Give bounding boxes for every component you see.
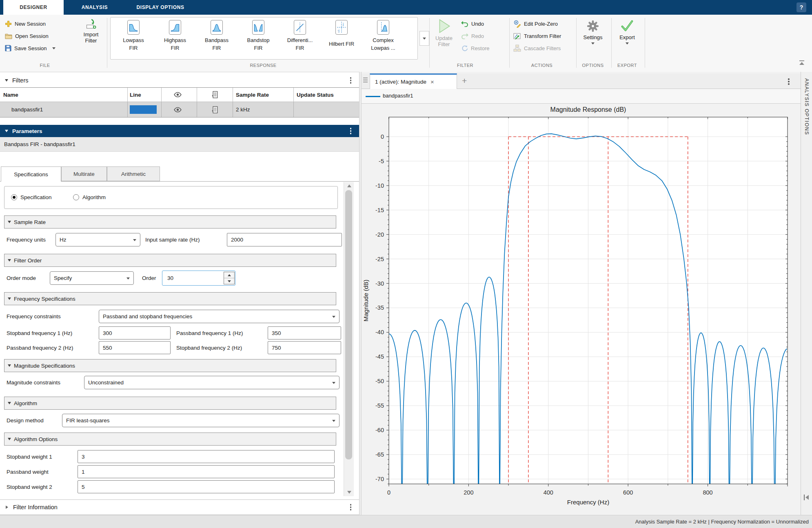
passband2-field[interactable]: 550 <box>99 341 171 354</box>
order-field[interactable]: 30 <box>163 272 224 284</box>
column-header-name[interactable]: Name <box>3 88 18 102</box>
cascade-filters-button[interactable]: Cascade Filters <box>513 43 561 53</box>
close-tab-icon[interactable]: × <box>430 78 434 85</box>
collapse-ribbon-button[interactable] <box>796 60 807 69</box>
column-header-info[interactable] <box>211 88 218 102</box>
row-visibility-toggle[interactable] <box>174 102 182 117</box>
analysis-tab-menu[interactable] <box>787 77 791 86</box>
response-highpass-fir[interactable]: HighpassFIR <box>155 20 195 58</box>
section-filter-order[interactable]: Filter Order <box>4 254 336 267</box>
filter-information-menu[interactable] <box>349 503 353 512</box>
svg-text:-50: -50 <box>375 378 384 384</box>
tab-designer[interactable]: DESIGNER <box>3 0 64 15</box>
response-hilbert-fir[interactable]: j-j Hilbert FIR <box>322 20 361 58</box>
redo-button[interactable]: Redo <box>461 31 484 41</box>
collapse-panel-icon[interactable] <box>803 494 810 501</box>
filters-panel-menu[interactable] <box>349 76 353 85</box>
radio-specification[interactable]: Specification <box>11 194 52 200</box>
magnitude-response-chart[interactable]: 02004006008000-5-10-15-20-25-30-35-40-45… <box>362 104 801 515</box>
tab-display-options[interactable]: DISPLAY OPTIONS <box>126 0 195 15</box>
legend-row: bandpassfir1 <box>362 89 801 104</box>
tab-multirate[interactable]: Multirate <box>61 166 107 181</box>
parameters-panel-menu[interactable] <box>349 126 353 135</box>
stopband-weight1-field[interactable]: 3 <box>78 450 335 463</box>
frequency-units-dropdown[interactable]: Hz <box>55 233 140 246</box>
parameters-panel-header[interactable]: Parameters <box>0 125 359 137</box>
complex-lowpass-icon <box>377 20 389 35</box>
order-mode-dropdown[interactable]: Specify <box>50 271 134 285</box>
response-lowpass-fir[interactable]: LowpassFIR <box>114 20 153 58</box>
tab-analysis[interactable]: ANALYSIS <box>64 0 126 15</box>
transform-filter-button[interactable]: Transform Filter <box>513 31 561 41</box>
cascade-filters-icon <box>513 44 521 52</box>
analysis-panel: 1 (active): Magnitude × + bandpassfir1 0… <box>362 72 801 515</box>
eye-icon <box>174 107 182 113</box>
line-color-swatch[interactable] <box>130 105 157 114</box>
passband-weight-field[interactable]: 1 <box>78 465 335 478</box>
section-algorithm[interactable]: Algorithm <box>4 397 336 410</box>
drag-grip-icon[interactable] <box>363 78 368 82</box>
input-sample-rate-field[interactable]: 2000 <box>227 233 342 246</box>
scrollbar-thumb[interactable] <box>345 190 352 459</box>
radio-algorithm[interactable]: Algorithm <box>73 194 106 200</box>
svg-text:-30: -30 <box>375 280 384 287</box>
analysis-options-strip[interactable]: ANALYSIS OPTIONS <box>801 72 812 515</box>
svg-text:Magnitude Response (dB): Magnitude Response (dB) <box>550 106 626 113</box>
stopband1-field[interactable]: 300 <box>99 326 171 339</box>
section-sample-rate[interactable]: Sample Rate <box>4 215 336 229</box>
radio-button-icon <box>11 194 17 200</box>
column-header-visibility[interactable] <box>174 88 182 102</box>
save-session-dropdown-caret[interactable] <box>52 47 55 49</box>
update-filter-button[interactable]: Update Filter <box>432 18 456 47</box>
scroll-up-icon[interactable] <box>347 184 351 187</box>
collapse-triangle-icon <box>8 259 11 262</box>
response-bandpass-fir[interactable]: BandpassFIR <box>197 20 236 58</box>
stopband2-label: Stopband frequency 2 (Hz) <box>176 341 242 355</box>
gallery-overflow-button[interactable] <box>419 31 429 46</box>
help-button[interactable]: ? <box>796 2 806 12</box>
order-label: Order <box>142 271 156 285</box>
design-method-dropdown[interactable]: FIR least-squares <box>62 414 339 427</box>
undo-button[interactable]: Undo <box>461 19 484 29</box>
settings-button[interactable]: Settings <box>579 20 606 44</box>
new-session-button[interactable]: New Session <box>5 19 46 29</box>
row-info-button[interactable] <box>211 102 218 117</box>
svg-text:400: 400 <box>544 489 553 496</box>
import-filter-button[interactable]: Import Filter <box>77 19 105 44</box>
tab-arithmetic[interactable]: Arithmetic <box>107 166 160 181</box>
legend-label[interactable]: bandpassfir1 <box>383 93 413 99</box>
response-differentiator-fir[interactable]: Differenti...FIR <box>280 20 319 58</box>
passband1-field[interactable]: 350 <box>268 326 341 339</box>
svg-text:-20: -20 <box>375 231 384 238</box>
tab-specifications[interactable]: Specifications <box>1 166 61 182</box>
section-caption-response: RESPONSE <box>229 63 298 68</box>
save-session-button[interactable]: Save Session <box>5 43 55 53</box>
frequency-constraints-dropdown[interactable]: Passband and stopband frequencies <box>99 310 339 323</box>
new-session-plus-icon <box>5 20 12 27</box>
section-magnitude-specifications[interactable]: Magnitude Specifications <box>4 359 336 372</box>
collapse-triangle-icon <box>5 130 8 132</box>
open-session-button[interactable]: Open Session <box>5 31 49 41</box>
section-frequency-specifications[interactable]: Frequency Specifications <box>4 292 336 305</box>
column-header-rate[interactable]: Sample Rate <box>236 88 269 102</box>
filter-information-header[interactable]: Filter Information <box>0 499 359 515</box>
order-spinner[interactable] <box>224 272 235 284</box>
parameters-scrollbar[interactable] <box>344 182 354 496</box>
restore-button[interactable]: Restore <box>461 43 490 53</box>
magnitude-constraints-dropdown[interactable]: Unconstrained <box>84 376 339 389</box>
stopband2-field[interactable]: 750 <box>268 341 341 354</box>
scroll-down-icon[interactable] <box>347 491 351 494</box>
edit-pole-zero-button[interactable]: Edit Pole-Zero <box>513 19 558 29</box>
stopband-weight2-field[interactable]: 5 <box>78 480 335 493</box>
column-header-status[interactable]: Update Status <box>297 88 334 102</box>
svg-text:0: 0 <box>387 489 390 496</box>
filter-table-row[interactable]: bandpassfir1 2 kHz <box>0 102 359 118</box>
response-complex-lowpass[interactable]: ComplexLowpas ... <box>364 20 403 58</box>
magnitude-tab[interactable]: 1 (active): Magnitude × <box>370 73 457 89</box>
section-algorithm-options[interactable]: Algorithm Options <box>4 433 336 446</box>
new-tab-button[interactable]: + <box>462 76 467 85</box>
export-button[interactable]: Export <box>615 20 640 44</box>
response-bandstop-fir[interactable]: BandstopFIR <box>239 20 278 58</box>
column-header-line[interactable]: Line <box>130 88 141 102</box>
filters-panel-header[interactable]: Filters <box>0 73 359 87</box>
